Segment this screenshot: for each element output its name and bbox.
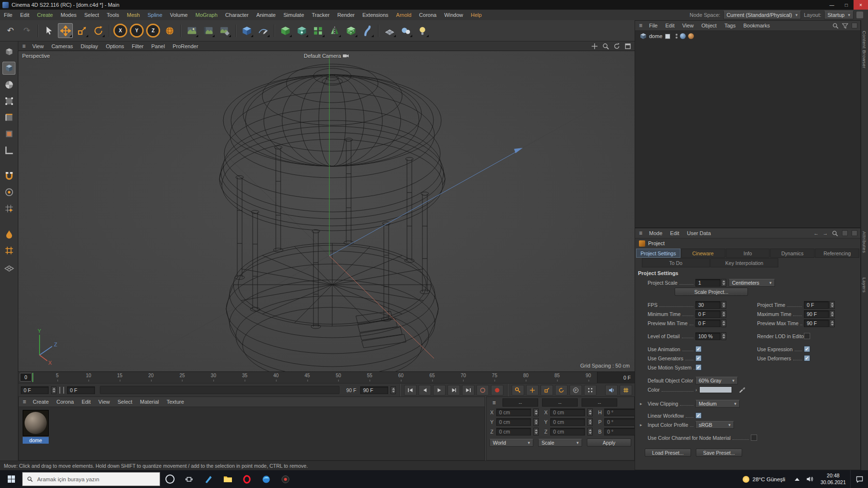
next-frame-button[interactable] bbox=[448, 385, 460, 396]
keyframe-selection-button[interactable] bbox=[512, 385, 524, 396]
fps-field[interactable]: 30 bbox=[695, 301, 720, 309]
task-view-button[interactable] bbox=[179, 470, 199, 488]
menu-file[interactable]: File bbox=[0, 12, 16, 18]
expand-arrow-icon[interactable] bbox=[640, 401, 642, 406]
minimum-time-spinner[interactable] bbox=[721, 310, 726, 318]
size-y-spinner[interactable] bbox=[587, 418, 593, 426]
menu-spline[interactable]: Spline bbox=[144, 12, 166, 18]
linear-workflow-checkbox[interactable] bbox=[695, 412, 702, 419]
texture-mode-button[interactable] bbox=[2, 78, 15, 91]
project-scale-field[interactable]: 1 bbox=[695, 279, 720, 287]
menu-animate[interactable]: Animate bbox=[252, 12, 279, 18]
size-header-dropdown[interactable]: -- bbox=[542, 398, 578, 407]
autokeying-button[interactable] bbox=[491, 385, 503, 396]
start-button[interactable] bbox=[0, 470, 22, 488]
viewport-pan-button[interactable] bbox=[590, 42, 599, 50]
object-menu-view[interactable]: View bbox=[678, 23, 698, 28]
render-lod-checkbox[interactable] bbox=[804, 333, 810, 339]
viewport-menu-display[interactable]: Display bbox=[77, 43, 102, 49]
object-panel-menu-icon[interactable] bbox=[636, 22, 645, 29]
add-cube-button[interactable] bbox=[239, 23, 254, 38]
scale-project-button[interactable]: Scale Project... bbox=[675, 288, 748, 296]
model-mode-button[interactable] bbox=[2, 62, 15, 75]
tab-key-interpolation[interactable]: Key Interpolation bbox=[710, 258, 778, 267]
axis-lock-z-button[interactable]: Z bbox=[146, 23, 161, 38]
render-view-button[interactable] bbox=[184, 23, 199, 38]
material-menu-texture[interactable]: Texture bbox=[163, 399, 188, 405]
preview-min-time-field[interactable]: 0 F bbox=[695, 319, 720, 327]
apply-button[interactable]: Apply bbox=[587, 438, 631, 447]
tab-project-settings[interactable]: Project Settings bbox=[636, 249, 680, 258]
viewport-menu-panel[interactable]: Panel bbox=[148, 43, 169, 49]
panel-options-icon[interactable] bbox=[852, 230, 857, 236]
enable-snap-button[interactable] bbox=[2, 169, 15, 182]
tab-referencing[interactable]: Referencing bbox=[815, 249, 859, 258]
light-button[interactable] bbox=[415, 23, 430, 38]
menu-mograph[interactable]: MoGraph bbox=[191, 12, 221, 18]
menu-mesh[interactable]: Mesh bbox=[123, 12, 144, 18]
timeline-start-spinner[interactable] bbox=[51, 386, 56, 394]
record-rotation-button[interactable] bbox=[555, 385, 568, 396]
coordinate-system-dropdown[interactable]: World bbox=[489, 439, 533, 447]
playhead-knob[interactable]: 0 bbox=[20, 373, 32, 382]
rotation-b-field[interactable]: 0 ° bbox=[604, 428, 639, 435]
size-z-field[interactable]: 0 cm bbox=[550, 428, 585, 435]
redo-button[interactable]: ↷ bbox=[19, 23, 34, 38]
menu-help[interactable]: Help bbox=[467, 12, 486, 18]
rotate-tool-button[interactable] bbox=[91, 23, 106, 38]
menu-window[interactable]: Window bbox=[440, 12, 467, 18]
record-position-button[interactable] bbox=[526, 385, 539, 396]
menu-select[interactable]: Select bbox=[81, 12, 103, 18]
size-mode-dropdown[interactable]: Scale bbox=[538, 439, 582, 447]
taskbar-search[interactable] bbox=[22, 472, 160, 486]
play-button[interactable] bbox=[433, 385, 446, 396]
customize-icon[interactable] bbox=[856, 12, 863, 18]
quantize-button[interactable] bbox=[2, 244, 15, 257]
menu-render[interactable]: Render bbox=[333, 12, 358, 18]
bend-deformer-button[interactable] bbox=[360, 23, 375, 38]
texture-tag-icon[interactable] bbox=[688, 33, 694, 39]
position-z-spinner[interactable] bbox=[533, 428, 539, 435]
floor-button[interactable] bbox=[382, 23, 397, 38]
attribute-panel-menu-icon[interactable] bbox=[636, 230, 645, 237]
action-center-button[interactable] bbox=[850, 470, 868, 488]
preview-max-time-spinner[interactable] bbox=[829, 319, 835, 327]
material-menu-corona[interactable]: Corona bbox=[53, 399, 78, 405]
restore-button[interactable]: □ bbox=[839, 0, 854, 10]
menu-modes[interactable]: Modes bbox=[57, 12, 81, 18]
goto-end-button[interactable] bbox=[462, 385, 475, 396]
attribute-menu-userdata[interactable]: User Data bbox=[683, 230, 715, 236]
paint-setup-button[interactable] bbox=[2, 227, 15, 240]
level-of-detail-field[interactable]: 100 % bbox=[695, 332, 720, 340]
minimize-button[interactable]: — bbox=[825, 0, 839, 10]
position-z-field[interactable]: 0 cm bbox=[496, 428, 531, 435]
undo-button[interactable]: ↶ bbox=[3, 23, 18, 38]
size-y-field[interactable]: 0 cm bbox=[550, 418, 585, 426]
media-player-icon[interactable] bbox=[276, 470, 295, 488]
polygons-mode-button[interactable] bbox=[2, 127, 15, 140]
menu-corona[interactable]: Corona bbox=[415, 12, 440, 18]
render-picture-viewer-button[interactable] bbox=[201, 23, 216, 38]
visibility-dots[interactable] bbox=[676, 34, 678, 39]
viewport-menu-cameras[interactable]: Cameras bbox=[48, 43, 77, 49]
material-menu-view[interactable]: View bbox=[95, 399, 114, 405]
subdivision-surface-button[interactable] bbox=[278, 23, 293, 38]
phong-tag-icon[interactable] bbox=[680, 33, 686, 39]
menu-simulate[interactable]: Simulate bbox=[280, 12, 308, 18]
position-x-field[interactable]: 0 cm bbox=[496, 409, 531, 416]
history-back-icon[interactable]: ← bbox=[814, 230, 819, 236]
snap-grid-button[interactable] bbox=[2, 202, 15, 215]
preview-min-time-spinner[interactable] bbox=[721, 319, 726, 327]
edge-browser-icon[interactable] bbox=[257, 470, 276, 488]
tab-cineware[interactable]: Cineware bbox=[681, 249, 725, 258]
lock-icon[interactable] bbox=[842, 230, 848, 236]
minimum-time-field[interactable]: 0 F bbox=[695, 310, 720, 318]
position-y-spinner[interactable] bbox=[533, 418, 539, 426]
axis-lock-x-button[interactable]: X bbox=[113, 23, 128, 38]
goto-start-button[interactable] bbox=[404, 385, 417, 396]
menu-edit[interactable]: Edit bbox=[16, 12, 33, 18]
view-clipping-dropdown[interactable]: Medium bbox=[695, 400, 740, 408]
points-mode-button[interactable] bbox=[2, 94, 15, 107]
preview-max-time-field[interactable]: 90 F bbox=[804, 319, 829, 327]
material-thumbnail[interactable] bbox=[23, 410, 49, 436]
